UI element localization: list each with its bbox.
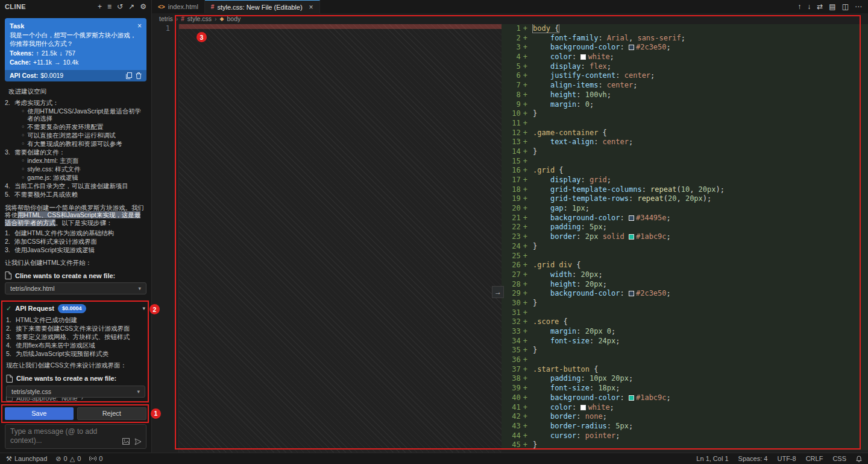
code-line[interactable]: 21+ background-color: #34495e; xyxy=(502,214,868,223)
tab-label: style.css: New File (Editable) xyxy=(217,4,302,11)
eol-indicator[interactable]: CRLF xyxy=(806,455,823,462)
mcp-servers-icon[interactable]: ≡ xyxy=(107,0,112,13)
code-line[interactable]: 34+ font-size: 24px; xyxy=(502,337,868,346)
code-line[interactable]: 17+ display: grid; xyxy=(502,176,868,185)
code-line[interactable]: 38+ padding: 10px 20px; xyxy=(502,374,868,384)
code-line[interactable]: 5+ display: flex; xyxy=(502,62,868,72)
diff-modified-pane[interactable]: 1+body {2+ font-family: Arial, sans-seri… xyxy=(502,24,868,453)
trash-icon[interactable] xyxy=(136,72,142,79)
code-line[interactable]: 45+} xyxy=(502,440,868,450)
split-editor-icon[interactable]: ◫ xyxy=(842,2,849,11)
code-line[interactable]: 4+ color: white; xyxy=(502,52,868,62)
message-input[interactable]: Type a message (@ to add context)... xyxy=(5,424,146,449)
revert-change-arrow-button[interactable]: → xyxy=(492,286,504,298)
code-line[interactable]: 16+.grid { xyxy=(502,166,868,176)
cursor-position-indicator[interactable]: Ln 1, Col 1 xyxy=(696,455,728,462)
code-line[interactable]: 12+.game-container { xyxy=(502,129,868,138)
code-line[interactable]: 28+ height: 20px; xyxy=(502,280,868,290)
code-line[interactable]: 41+ color: white; xyxy=(502,403,868,413)
steps-list: 1.创建HTML文件作为游戏的基础结构2.添加CSS样式来设计游戏界面3.使用J… xyxy=(5,229,146,254)
line-number: 27+ xyxy=(502,270,533,280)
launchpad-status-item[interactable]: ⚒ Launchpad xyxy=(6,455,47,463)
language-mode-indicator[interactable]: CSS xyxy=(832,455,846,462)
ports-status-item[interactable]: 0 xyxy=(89,455,102,462)
code-line[interactable]: 26+.grid div { xyxy=(502,261,868,270)
code-line[interactable]: 3+ background-color: #2c3e50; xyxy=(502,43,868,52)
indentation-indicator[interactable]: Spaces: 4 xyxy=(738,455,768,462)
code-line[interactable]: 42+ border: none; xyxy=(502,412,868,422)
file-path-dropdown-index-html[interactable]: tetris/index.html ▾ xyxy=(5,282,146,294)
screenshot-icon[interactable] xyxy=(122,438,130,445)
history-icon[interactable]: ↺ xyxy=(117,0,123,13)
code-line[interactable]: 11+ xyxy=(502,119,868,129)
close-task-icon[interactable]: × xyxy=(137,22,142,30)
code-line[interactable]: 43+ border-radius: 5px; xyxy=(502,422,868,431)
code-line[interactable]: 20+ gap: 1px; xyxy=(502,204,868,214)
line-number: 28+ xyxy=(502,280,533,290)
inline-view-icon[interactable]: ▤ xyxy=(829,2,835,11)
code-line[interactable]: 24+} xyxy=(502,242,868,252)
empty-diff-region[interactable] xyxy=(178,24,502,453)
chevron-down-icon[interactable]: ▾ xyxy=(142,305,145,313)
tab-style-css[interactable]: # style.css: New File (Editable) × xyxy=(205,0,320,13)
line-number: 7+ xyxy=(502,81,533,91)
code-line[interactable]: 22+ padding: 5px; xyxy=(502,223,868,232)
code-line[interactable]: 18+ grid-template-columns: repeat(10, 20… xyxy=(502,185,868,195)
code-line[interactable]: 33+ margin: 20px 0; xyxy=(502,327,868,337)
code-line[interactable]: 8+ height: 100vh; xyxy=(502,91,868,100)
save-button[interactable]: Save xyxy=(5,407,74,420)
code-line[interactable]: 39+ font-size: 18px; xyxy=(502,384,868,393)
code-line[interactable]: 15+ xyxy=(502,157,868,167)
code-line[interactable]: 40+ background-color: #1abc9c; xyxy=(502,393,868,403)
code-line[interactable]: 36+ xyxy=(502,355,868,365)
code-line[interactable]: 31+ xyxy=(502,308,868,318)
breadcrumb-symbol[interactable]: body xyxy=(227,15,241,22)
code-line[interactable]: 29+ background-color: #2c3e50; xyxy=(502,289,868,299)
api-request-header[interactable]: ✓ API Request $0.0004 ▾ xyxy=(6,304,145,313)
code-text: padding: 5px; xyxy=(533,223,868,232)
file-create-prompt-label: Cline wants to create a new file: xyxy=(15,272,115,280)
task-text: 我是一个小白，想写一个俄罗斯方块小游戏，你推荐我用什么方式？ xyxy=(10,31,142,48)
swap-diff-sides-icon[interactable]: ⇄ xyxy=(817,2,823,11)
next-change-icon[interactable]: ↓ xyxy=(807,2,811,11)
previous-change-icon[interactable]: ↑ xyxy=(797,2,801,11)
file-path-dropdown-style-css[interactable]: tetris/style.css ▾ xyxy=(6,386,145,398)
reject-button[interactable]: Reject xyxy=(77,407,147,420)
code-line[interactable]: 19+ grid-template-rows: repeat(20, 20px)… xyxy=(502,194,868,204)
code-line[interactable]: 35+} xyxy=(502,346,868,355)
breadcrumb-folder[interactable]: tetris xyxy=(159,15,173,22)
problems-status-item[interactable]: ⊘ 0 △ 0 xyxy=(55,455,81,463)
settings-gear-icon[interactable]: ⚙ xyxy=(140,0,146,13)
code-line[interactable]: 1+body { xyxy=(502,24,868,34)
notifications-bell-icon[interactable] xyxy=(856,456,862,462)
code-line[interactable]: 6+ justify-content: center; xyxy=(502,71,868,81)
code-line[interactable]: 30+} xyxy=(502,299,868,308)
code-line[interactable]: 44+ cursor: pointer; xyxy=(502,431,868,441)
open-in-editor-icon[interactable]: ↗ xyxy=(128,0,134,13)
line-number: 14+ xyxy=(502,147,533,157)
code-line[interactable]: 14+} xyxy=(502,147,868,157)
breadcrumb-file[interactable]: style.css xyxy=(187,15,212,22)
more-actions-icon[interactable]: ⋯ xyxy=(855,2,862,11)
code-line[interactable]: 25+ xyxy=(502,252,868,261)
code-line[interactable]: 23+ border: 2px solid #1abc9c; xyxy=(502,232,868,242)
copy-icon[interactable] xyxy=(126,72,132,79)
extension-title: CLINE xyxy=(5,3,26,10)
code-line[interactable]: 7+ align-items: center; xyxy=(502,81,868,91)
arrow-up-icon: ↑ xyxy=(36,49,39,57)
send-icon[interactable] xyxy=(134,438,142,445)
new-task-icon[interactable]: + xyxy=(98,0,102,13)
encoding-indicator[interactable]: UTF-8 xyxy=(777,455,796,462)
code-line[interactable]: 32+.score { xyxy=(502,317,868,327)
tab-close-icon[interactable]: × xyxy=(309,3,313,11)
diff-original-pane[interactable]: 1 xyxy=(152,24,502,453)
tab-index-html[interactable]: <> index.html xyxy=(152,0,205,13)
code-line[interactable]: 37+.start-button { xyxy=(502,365,868,375)
code-line[interactable]: 27+ width: 20px; xyxy=(502,270,868,280)
list-subitem: ○有大量现成的教程和资源可以参考 xyxy=(5,140,146,148)
code-line[interactable]: 10+} xyxy=(502,109,868,119)
code-line[interactable]: 2+ font-family: Arial, sans-serif; xyxy=(502,34,868,43)
code-line[interactable]: 13+ text-align: center; xyxy=(502,138,868,147)
code-text: margin: 0; xyxy=(533,100,868,110)
code-line[interactable]: 9+ margin: 0; xyxy=(502,100,868,110)
